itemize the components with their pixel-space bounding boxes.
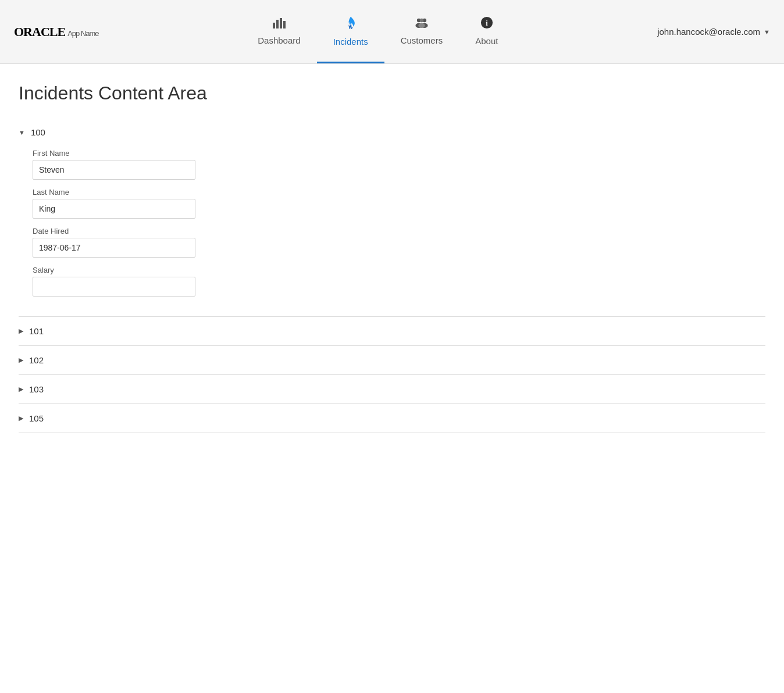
accordion-header-103[interactable]: ▶ 103 (19, 375, 765, 403)
collapse-arrow-100: ▼ (19, 129, 25, 136)
accordion-header-102[interactable]: ▶ 102 (19, 346, 765, 374)
accordion-header-101[interactable]: ▶ 101 (19, 317, 765, 345)
nav-item-customers[interactable]: Customers (384, 0, 459, 63)
page-title: Incidents Content Area (19, 83, 765, 104)
flame-icon (344, 16, 358, 33)
customers-label: Customers (401, 35, 443, 45)
accordion-row-103: ▶ 103 (19, 375, 765, 404)
nav-item-about[interactable]: i About (459, 0, 514, 63)
bar-chart-icon (272, 17, 286, 32)
record-id-100: 100 (31, 127, 45, 137)
user-email: john.hancock@oracle.com (657, 27, 760, 37)
oracle-logo: ORACLEApp Name (14, 24, 99, 40)
svg-rect-2 (280, 18, 282, 28)
date-hired-input[interactable] (33, 238, 195, 258)
people-icon (414, 17, 429, 32)
expand-arrow-105: ▶ (19, 415, 23, 422)
last-name-label: Last Name (33, 188, 765, 197)
nav-item-incidents[interactable]: Incidents (317, 0, 384, 63)
about-label: About (475, 36, 498, 46)
first-name-input[interactable] (33, 160, 195, 180)
accordion-row-102: ▶ 102 (19, 346, 765, 375)
user-area[interactable]: john.hancock@oracle.com ▼ (657, 27, 770, 37)
accordion-row-105: ▶ 105 (19, 404, 765, 433)
accordion-row-101: ▶ 101 (19, 317, 765, 346)
svg-point-6 (420, 18, 424, 22)
incidents-label: Incidents (333, 37, 368, 47)
expand-arrow-102: ▶ (19, 356, 23, 364)
first-name-label: First Name (33, 149, 765, 158)
info-circle-icon: i (480, 16, 493, 33)
svg-rect-0 (273, 23, 275, 28)
main-content: Incidents Content Area ▼ 100 First Name … (0, 64, 784, 433)
form-group-salary: Salary (33, 266, 765, 297)
logo-area: ORACLEApp Name (14, 24, 99, 40)
app-name-label: App Name (67, 29, 98, 38)
main-nav: Dashboard Incidents (241, 0, 514, 63)
accordion-header-105[interactable]: ▶ 105 (19, 404, 765, 433)
salary-input[interactable] (33, 277, 195, 297)
record-id-103: 103 (29, 384, 44, 394)
form-group-first-name: First Name (33, 149, 765, 180)
form-group-date-hired: Date Hired (33, 227, 765, 258)
expand-arrow-101: ▶ (19, 327, 23, 335)
accordion-row-100: ▼ 100 First Name Last Name Date Hired Sa… (19, 118, 765, 317)
svg-rect-1 (276, 20, 279, 28)
user-dropdown-arrow[interactable]: ▼ (764, 28, 770, 35)
salary-label: Salary (33, 266, 765, 274)
svg-point-9 (418, 23, 425, 27)
dashboard-label: Dashboard (258, 35, 300, 45)
accordion-body-100: First Name Last Name Date Hired Salary (19, 147, 765, 316)
form-group-last-name: Last Name (33, 188, 765, 219)
date-hired-label: Date Hired (33, 227, 765, 235)
app-header: ORACLEApp Name Dashboard (0, 0, 784, 64)
nav-item-dashboard[interactable]: Dashboard (241, 0, 316, 63)
accordion-header-100[interactable]: ▼ 100 (19, 118, 765, 147)
record-id-105: 105 (29, 413, 44, 423)
last-name-input[interactable] (33, 199, 195, 219)
record-id-102: 102 (29, 355, 44, 365)
record-id-101: 101 (29, 326, 44, 336)
expand-arrow-103: ▶ (19, 385, 23, 393)
svg-rect-3 (283, 21, 286, 28)
svg-text:i: i (486, 19, 488, 27)
